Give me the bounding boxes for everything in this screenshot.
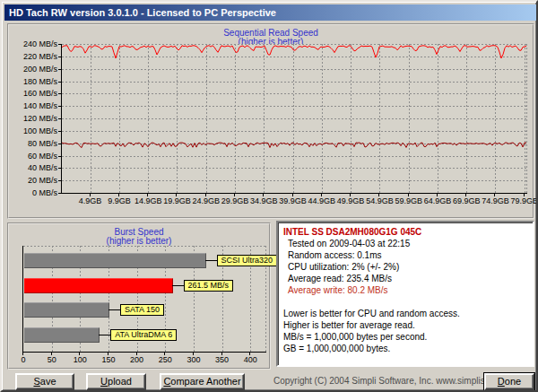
x-axis-label: 74.9GB (479, 196, 511, 205)
burst-x-axis-label: 0 (7, 355, 39, 364)
bar-label: SCSI Ultra320 (217, 255, 278, 266)
burst-x-axis-tick (193, 353, 194, 355)
sequential-read-plot (61, 44, 527, 194)
burst-bar (24, 278, 173, 293)
burst-x-axis-tick (136, 353, 137, 355)
drive-info-line: GB = 1,000,000,000 bytes. (283, 343, 527, 354)
drive-info-line: Average read: 235.4 MB/s (283, 273, 527, 284)
y-axis-tick (58, 44, 61, 45)
x-axis-label: 44.9GB (306, 196, 338, 205)
drive-info-panel: INTEL SS DSA2MH080G1G 045C Tested on 200… (276, 221, 534, 367)
x-axis-tick (147, 194, 148, 196)
x-axis-label: 29.9GB (219, 196, 251, 205)
x-axis-label: 4.9GB (74, 196, 107, 205)
y-axis-label: 160 MB/s (13, 89, 57, 98)
copyright-text: Copyright (C) 2004 Simpli Software, Inc.… (273, 376, 471, 386)
bar-label-connector (99, 335, 110, 335)
y-axis-label: 20 MB/s (13, 176, 57, 185)
burst-bar (24, 302, 109, 318)
drive-info-line: Random access: 0.1ms (283, 249, 527, 261)
x-axis-tick (90, 194, 91, 196)
x-axis-label: 49.9GB (334, 196, 367, 205)
burst-x-axis-tick (79, 353, 80, 355)
y-axis-tick (58, 82, 61, 83)
x-axis-label: 9.9GB (103, 196, 135, 205)
burst-speed-panel: Burst Speed (higher is better) SCSI Ultr… (7, 222, 271, 370)
bar-label: 261.5 MB/s (184, 280, 234, 292)
sequential-read-panel: Sequential Read Speed (higher is better)… (7, 23, 534, 219)
title-bar: HD Tach RW version 3.0.1.0 - Licensed to… (4, 4, 537, 21)
x-axis-tick (292, 194, 293, 196)
x-axis-tick (350, 194, 351, 196)
burst-top-border (23, 246, 266, 247)
burst-bar (24, 253, 206, 268)
drive-info-line: Lower is better for CPU and random acces… (283, 308, 527, 319)
y-axis-label: 180 MB/s (13, 77, 57, 86)
bar-label-connector (108, 309, 120, 310)
save-results-button[interactable]: Save Results (15, 373, 74, 390)
y-axis-label: 140 MB/s (13, 101, 57, 110)
x-axis-label: 14.9GB (132, 196, 164, 205)
y-axis-tick (58, 193, 61, 194)
x-axis-tick (524, 194, 525, 196)
upload-results-button[interactable]: Upload Results (86, 373, 146, 390)
x-axis-tick (378, 194, 379, 196)
y-axis-label: 0 MB/s (13, 188, 57, 197)
x-axis-label: 64.9GB (421, 196, 454, 205)
y-axis-tick (58, 168, 61, 169)
y-axis-tick (58, 180, 61, 181)
y-axis-label: 220 MB/s (13, 52, 57, 61)
burst-x-axis-tick (249, 353, 250, 355)
burst-x-axis-label: 50 (36, 355, 68, 364)
window-title: HD Tach RW version 3.0.1.0 - Licensed to… (9, 7, 276, 18)
drive-model-text: INTEL SS DSA2MH080G1G 045C (283, 226, 527, 238)
drive-info-line (283, 296, 527, 308)
bar-label: ATA UltraDMA 6 (110, 329, 177, 341)
app-window: HD Tach RW version 3.0.1.0 - Licensed to… (0, 0, 538, 392)
sequential-read-line (62, 46, 526, 58)
burst-x-axis-label: 400 (234, 355, 266, 364)
done-button[interactable]: Done (484, 373, 534, 390)
burst-bar (24, 327, 100, 343)
x-axis-label: 79.9GB (508, 196, 538, 205)
x-axis-tick (465, 194, 466, 196)
x-axis-tick (321, 194, 322, 196)
x-axis-label: 34.9GB (247, 196, 280, 205)
y-axis-tick (58, 57, 61, 57)
x-axis-label: 24.9GB (190, 196, 222, 205)
y-axis-label: 40 MB/s (13, 163, 57, 172)
burst-x-axis-label: 300 (178, 355, 210, 364)
y-axis-label: 120 MB/s (13, 114, 57, 123)
drive-info-line: Tested on 2009-04-03 at 22:15 (283, 238, 527, 249)
burst-x-axis-label: 200 (121, 355, 153, 364)
drive-info-line: CPU utilization: 2% (+/- 2%) (283, 261, 527, 273)
y-axis-label: 60 MB/s (13, 152, 57, 161)
x-axis-label: 19.9GB (161, 196, 193, 205)
read-write-lines (62, 44, 527, 193)
burst-x-axis-tick (164, 353, 165, 355)
drive-info-lines: Tested on 2009-04-03 at 22:15Random acce… (283, 238, 527, 354)
y-axis-tick (58, 144, 61, 144)
y-axis-label: 200 MB/s (13, 65, 57, 74)
y-axis-tick (58, 106, 61, 107)
burst-x-axis-label: 350 (206, 355, 239, 364)
compare-another-drive-button[interactable]: Compare Another Drive (160, 373, 245, 390)
burst-x-axis-label: 150 (92, 355, 125, 364)
y-axis-label: 80 MB/s (13, 139, 57, 148)
x-axis-tick (118, 194, 119, 196)
drive-info-line: Higher is better for average read. (283, 319, 527, 331)
drive-info-line: Average write: 80.2 MB/s (283, 284, 527, 296)
burst-speed-plot: SCSI Ultra320261.5 MB/sSATA 150ATA Ultra… (22, 246, 266, 353)
burst-x-axis-tick (221, 353, 222, 355)
bar-label-connector (205, 260, 217, 261)
burst-x-axis-tick (22, 353, 23, 355)
y-axis-tick (58, 93, 61, 94)
x-axis-tick (437, 194, 438, 196)
x-axis-label: 54.9GB (363, 196, 395, 205)
sequential-write-line (62, 143, 526, 148)
x-axis-tick (494, 194, 495, 196)
x-axis-tick (205, 194, 206, 196)
bar-label: SATA 150 (120, 304, 164, 316)
y-axis-label: 100 MB/s (13, 126, 57, 135)
x-axis-label: 39.9GB (277, 196, 309, 205)
